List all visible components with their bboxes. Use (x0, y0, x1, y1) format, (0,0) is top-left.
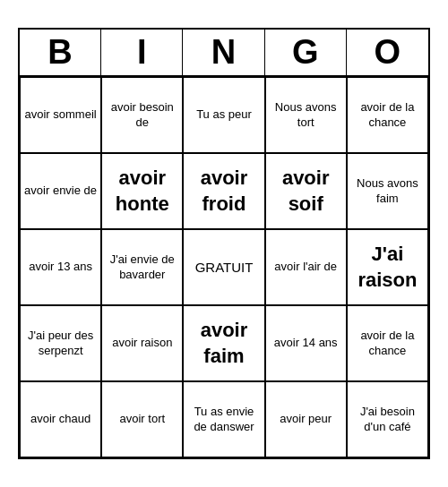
bingo-cell-10: avoir 13 ans (20, 229, 101, 305)
bingo-cell-2: Tu as peur (183, 77, 264, 153)
bingo-cell-22: Tu as envie de danswer (183, 381, 264, 457)
bingo-cell-16: avoir raison (101, 305, 183, 381)
bingo-cell-18: avoir 14 ans (265, 305, 347, 381)
bingo-cell-17: avoir faim (183, 305, 264, 381)
bingo-cell-8: avoir soif (265, 153, 347, 229)
header-letter-n: N (183, 30, 264, 75)
bingo-cell-5: avoir envie de (20, 153, 101, 229)
bingo-cell-7: avoir froid (183, 153, 264, 229)
bingo-cell-14: J'ai raison (347, 229, 428, 305)
bingo-cell-23: avoir peur (265, 381, 347, 457)
bingo-cell-13: avoir l'air de (265, 229, 347, 305)
bingo-cell-3: Nous avons tort (265, 77, 347, 153)
header-letter-o: O (347, 30, 428, 75)
bingo-cell-12: GRATUIT (183, 229, 264, 305)
bingo-header: BINGO (20, 30, 428, 77)
bingo-cell-19: avoir de la chance (347, 305, 428, 381)
bingo-cell-15: J'ai peur des serpenzt (20, 305, 101, 381)
header-letter-g: G (265, 30, 347, 75)
bingo-cell-1: avoir besoin de (101, 77, 183, 153)
bingo-cell-4: avoir de la chance (347, 77, 428, 153)
bingo-cell-9: Nous avons faim (347, 153, 428, 229)
header-letter-b: B (20, 30, 101, 75)
header-letter-i: I (101, 30, 183, 75)
bingo-cell-11: J'ai envie de bavarder (101, 229, 183, 305)
bingo-card: BINGO avoir sommeilavoir besoin deTu as … (18, 28, 430, 459)
bingo-cell-6: avoir honte (101, 153, 183, 229)
bingo-grid: avoir sommeilavoir besoin deTu as peurNo… (20, 77, 428, 457)
bingo-cell-0: avoir sommeil (20, 77, 101, 153)
bingo-cell-21: avoir tort (101, 381, 183, 457)
bingo-cell-24: J'ai besoin d'un café (347, 381, 428, 457)
bingo-cell-20: avoir chaud (20, 381, 101, 457)
